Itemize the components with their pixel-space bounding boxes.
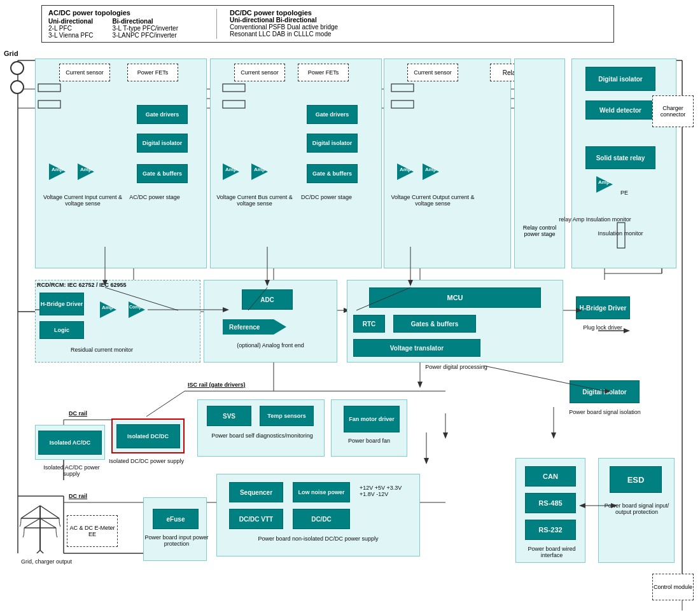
- power-fets-2-box: Power FETs: [298, 64, 349, 81]
- power-board-signal-isolation-label: Power board signal isolation: [565, 409, 645, 415]
- dc-item-1: Conventional PSFB Dual active bridge: [230, 24, 338, 31]
- gate-drivers-2: Gate drivers: [307, 105, 358, 124]
- ac-dc-emeter-box: AC & DC E-Meter EE: [67, 515, 118, 547]
- digital-isolator-4: Digital isolator: [570, 380, 640, 403]
- power-fets-1-box: Power FETs: [127, 64, 178, 81]
- isolated-acdc-box: Isolated AC/DC: [38, 431, 102, 455]
- comp-rcd: Comp: [127, 300, 146, 321]
- svg-line-88: [40, 506, 59, 518]
- svg-line-89: [24, 518, 40, 528]
- svg-marker-32: [417, 382, 423, 388]
- amp-2-right: Amp: [250, 162, 269, 183]
- esd-box: ESD: [610, 466, 662, 493]
- rs485-box: RS-485: [525, 493, 576, 513]
- rs232-box: RS-232: [525, 520, 576, 540]
- bi-directional-label: Bi-directional: [113, 18, 153, 25]
- isolated-acdc-section: Isolated AC/DC: [35, 425, 105, 460]
- isolated-dcdc-box: Isolated DC/DC: [116, 424, 180, 448]
- svs-box: SVS: [207, 406, 251, 426]
- bi-item-1: 3-L T-type PFC/inverter: [113, 25, 178, 32]
- pe-label: PE: [620, 190, 628, 196]
- hbridge-driver-2: H-Bridge Driver: [576, 296, 630, 319]
- grid-label: Grid: [4, 50, 18, 57]
- isolated-acdc-label: Isolated AC/DC power supply: [35, 464, 108, 477]
- svg-text:Reference: Reference: [229, 324, 260, 331]
- dc-uni-label: Uni-directional Bi-directional: [230, 17, 317, 24]
- amp-1-left: Amp: [48, 162, 67, 183]
- svg-line-87: [21, 506, 40, 518]
- mcu-box: MCU: [369, 287, 541, 308]
- sequencer-box: Sequencer: [229, 482, 283, 502]
- uni-item-2: 3-L Vienna PFC: [48, 32, 94, 39]
- efuse-section: [143, 497, 207, 561]
- gate-drivers-1: Gate drivers: [137, 105, 188, 124]
- charger-connector-label: Charger connector: [653, 105, 693, 118]
- dc-item-2: Resonant LLC DAB in CLLLC mode: [230, 31, 332, 38]
- control-module-box: Control module: [652, 574, 694, 600]
- current-sensor-3-label: Current sensor: [414, 69, 452, 76]
- voltages-label: +12V +5V +3.3V +1.8V -12V: [360, 485, 410, 497]
- power-fets-1-label: Power FETs: [137, 69, 169, 76]
- amp-3-left: Amp: [396, 162, 415, 183]
- amp-rcd: Amp: [99, 300, 118, 321]
- gate-buffers-1: Gate & buffers: [137, 164, 188, 183]
- power-tower-icon: [18, 502, 62, 553]
- isolated-dcdc-label: Isolated DC/DC power supply: [108, 458, 185, 464]
- dcdc-topologies-label: DC/DC power topologies: [230, 9, 312, 17]
- current-sensor-3-box: Current sensor: [407, 64, 458, 81]
- amp-3-right: Amp: [421, 162, 440, 183]
- efuse-box: eFuse: [153, 509, 199, 529]
- power-board-fan-label: Power board fan: [331, 438, 407, 444]
- hbridge-driver-1: H-Bridge Driver: [39, 293, 84, 315]
- amp-right: Amp: [595, 175, 614, 195]
- adc-box: ADC: [242, 289, 293, 310]
- topology-header-box: AC/DC power topologies Uni-directional 2…: [41, 5, 614, 43]
- gates-buffers-box: Gates & buffers: [393, 315, 476, 333]
- reference-box: Reference: [223, 317, 286, 338]
- isolated-dcdc-section: Isolated DC/DC: [111, 418, 185, 453]
- current-sensor-2-label: Current sensor: [241, 69, 279, 76]
- dc-rail-1-label: DC rail: [69, 410, 87, 417]
- charger-connector-box: Charger connector: [652, 95, 694, 127]
- voltage-current-2-label: Voltage Current Bus current & voltage se…: [210, 194, 299, 207]
- grid-circle-2: [10, 80, 24, 94]
- acdc-topologies-label: AC/DC power topologies: [48, 9, 130, 17]
- current-sensor-1-box: Current sensor: [59, 64, 110, 81]
- logic-1: Logic: [39, 321, 84, 339]
- dcdc-box: DC/DC: [293, 509, 350, 529]
- digital-isolator-1: Digital isolator: [137, 134, 188, 153]
- current-sensor-2-box: Current sensor: [234, 64, 285, 81]
- residual-current-label: Residual current monitor: [38, 347, 165, 353]
- solid-state-relay: Solid state relay: [585, 146, 655, 169]
- gate-buffers-2: Gate & buffers: [307, 164, 358, 183]
- low-noise-power-box: Low noise power: [293, 482, 350, 502]
- optional-afe-label: (optional) Analog front end: [207, 342, 334, 349]
- insulation-monitor-label: Insulation monitor: [576, 230, 665, 237]
- voltage-current-1-label: Voltage Current Input current & voltage …: [38, 194, 127, 207]
- rcd-rcm-label: RCD/RCM: IEC 62752 / IEC 62955: [37, 282, 127, 288]
- isc-rail-label: ISC rail (gate drivers): [188, 382, 246, 388]
- svg-line-92: [40, 550, 50, 553]
- plug-lock-label: Plug lock driver: [574, 324, 631, 331]
- power-board-self-label: Power board self diagnostics/monitoring: [196, 432, 328, 439]
- rtc-box: RTC: [353, 315, 385, 333]
- bi-item-2: 3-LANPC PFC/inverter: [113, 32, 177, 39]
- svg-line-91: [31, 550, 40, 553]
- can-box: CAN: [525, 466, 576, 487]
- grid-circle-1: [10, 61, 24, 75]
- svg-marker-117: [424, 458, 429, 464]
- power-board-signal-io-label: Power board signal input/ output protect…: [597, 502, 676, 515]
- control-module-label: Control module: [654, 584, 692, 590]
- power-digital-label: Power digital processing: [348, 364, 564, 370]
- ac-dc-emeter-label: AC & DC E-Meter EE: [67, 525, 117, 537]
- acdc-power-stage-label: AC/DC power stage: [126, 194, 183, 200]
- uni-directional-label: Uni-directional: [48, 18, 93, 25]
- amp-1-right: Amp: [76, 162, 95, 183]
- dc-rail-2-label: DC rail: [69, 493, 87, 499]
- power-board-non-isolated-label: Power board non-isolated DC/DC power sup…: [216, 536, 420, 542]
- dcdc-vtt-box: DC/DC VTT: [229, 509, 283, 529]
- svg-marker-81: [129, 301, 145, 318]
- dcdc-power-stage-label: DC/DC power stage: [298, 194, 355, 200]
- relay-control-box: Relay control power stage: [514, 59, 565, 268]
- temp-sensors-box: Temp sensors: [260, 406, 314, 426]
